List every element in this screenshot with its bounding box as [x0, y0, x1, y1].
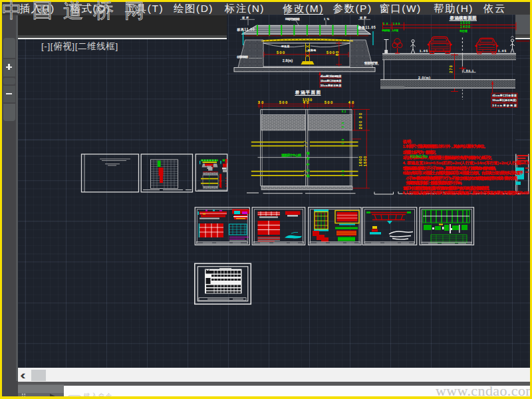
svg-text:坡度: 坡度 — [241, 16, 249, 19]
svg-text:1%: 1% — [324, 17, 329, 21]
svg-text:夯填密实度达到施工一般规定要求, 压实度不小于96%。: 夯填密实度达到施工一般规定要求, 压实度不小于96%。 — [406, 180, 464, 186]
svg-text:桥涵平面图: 桥涵平面图 — [295, 90, 321, 95]
svg-text:7. 施工时注意预埋管线, 位置详见管线布置图, 并与有关单: 7. 施工时注意预埋管线, 位置详见管线布置图, 并与有关单位配合预留预埋。 — [403, 186, 492, 191]
svg-text:桥涵横断面图: 桥涵横断面图 — [450, 15, 477, 21]
svg-text:K2: K2 — [341, 170, 344, 176]
svg-text:100: 100 — [393, 23, 400, 25]
svg-text:40: 40 — [348, 100, 354, 104]
svg-text:台背回填图: 台背回填图 — [237, 55, 248, 59]
svg-text:小于96%要求, 每层松铺厚度不大于1m不超过0.5倍边长1: 小于96%要求, 每层松铺厚度不大于1m不超过0.5倍边长1:1.5坡度放坡处理… — [406, 176, 517, 181]
svg-text:锥坡防护图: 锥坡防护图 — [364, 61, 378, 65]
svg-text:1.05: 1.05 — [498, 49, 507, 53]
svg-text:防撞护栏钢筋构造: 防撞护栏钢筋构造 — [285, 17, 300, 21]
svg-text:45cm厚C25砼面层: 45cm厚C25砼面层 — [493, 94, 517, 97]
svg-text:500: 500 — [277, 51, 285, 55]
svg-text:80: 80 — [335, 51, 339, 56]
svg-text:30: 30 — [358, 113, 362, 118]
svg-text:200: 200 — [358, 121, 362, 129]
svg-text:车行道: 车行道 — [460, 29, 467, 33]
svg-text:沉降缝: 沉降缝 — [308, 49, 316, 52]
svg-text:30: 30 — [258, 100, 263, 104]
svg-text:1.05: 1.05 — [420, 49, 428, 53]
svg-text:坡度: 坡度 — [359, 16, 366, 19]
svg-text:8. 人行道板及侧平石安装时, 按照相关图集施工, 图中未尽: 8. 人行道板及侧平石安装时, 按照相关图集施工, 图中未尽事宜参照有关规范执行… — [403, 190, 530, 196]
svg-text:30cm厚砂垫层: 30cm厚砂垫层 — [493, 104, 517, 107]
svg-text:R0.1: R0.1 — [466, 70, 473, 72]
svg-text:道路设计中心线: 道路设计中心线 — [281, 153, 301, 158]
svg-text:500: 500 — [325, 100, 332, 104]
svg-text:1400: 1400 — [460, 25, 470, 29]
svg-text:5. 盖板涵基础承载力不小于250kPa，基底须夯实处理:: 5. 盖板涵基础承载力不小于250kPa，基底须夯实处理: 人行道横坡1%, 指… — [403, 166, 499, 171]
svg-text:K2-5x2.7m: K2-5x2.7m — [410, 154, 428, 158]
svg-text:2.8(m): 2.8(m) — [283, 59, 293, 63]
svg-text:6. 涵台身采用C35混凝土, 台帽及盖板采用C40混凝土浇: 6. 涵台身采用C35混凝土, 台帽及盖板采用C40混凝土浇筑。台后填土须分层夯… — [403, 170, 524, 176]
svg-text:1500: 1500 — [363, 156, 367, 166]
svg-text:45cm厚C35砼铺装层: 45cm厚C35砼铺装层 — [321, 75, 341, 78]
svg-text:30cm厚碎石垫层: 30cm厚碎石垫层 — [321, 84, 341, 87]
svg-text:4. 桥涵总宽19m=0.5m(栏杆)+2m(人行道)+14: 4. 桥涵总宽19m=0.5m(栏杆)+2m(人行道)+14m(车行道)+2m(… — [403, 160, 530, 166]
svg-text:铺装层: 铺装层 — [281, 45, 289, 48]
svg-text:人行道: 人行道 — [392, 29, 399, 32]
svg-text:90cm厚2(砾石垫层): 90cm厚2(砾石垫层) — [493, 99, 517, 102]
svg-text:说明:: 说明: — [403, 140, 412, 144]
svg-text:500: 500 — [327, 51, 334, 55]
svg-text:1600: 1600 — [358, 156, 362, 166]
svg-text:1. 本图尺寸除高程钢筋以米计外，其余均以厘米为单位。: 1. 本图尺寸除高程钢筋以米计外，其余均以厘米为单位。 — [403, 144, 488, 149]
svg-text:机动车道: 机动车道 — [382, 29, 391, 32]
svg-text:K2: K2 — [342, 110, 346, 113]
svg-text:10cm厚C20砼垫层: 10cm厚C20砼垫层 — [321, 80, 341, 82]
svg-text:500: 500 — [279, 100, 287, 104]
svg-text:270: 270 — [450, 65, 453, 72]
svg-text:2.0(m): 2.0(m) — [418, 76, 430, 80]
